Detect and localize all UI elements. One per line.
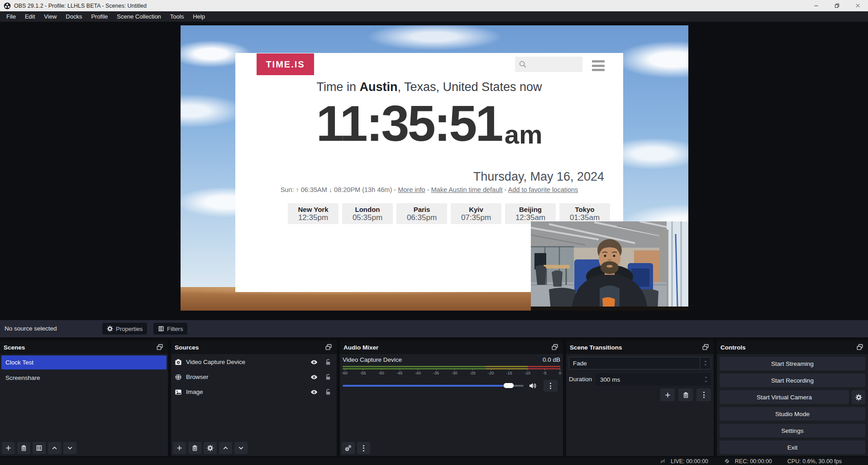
eye-icon [310,359,318,366]
menu-edit[interactable]: Edit [20,11,39,22]
mute-button[interactable] [529,381,539,390]
kebab-icon [550,383,551,389]
gear-icon [855,394,862,401]
maximize-button[interactable] [826,0,847,11]
menu-docks[interactable]: Docks [61,11,86,22]
search-box [515,57,582,72]
exit-button[interactable]: Exit [720,441,865,454]
sources-panel-title: Sources [175,344,199,351]
source-context-bar: No source selected Properties Filters [0,320,868,337]
video-frame[interactable]: TIME.IS Time in Austin, Texas, United St… [181,25,688,311]
scenes-toolbar [2,442,76,454]
add-source-button[interactable] [173,442,186,454]
controls-popout-button[interactable] [856,344,864,351]
audio-mixer-panel: Audio Mixer Video Capture Device 0.0 dB … [340,340,563,456]
properties-button[interactable]: Properties [102,323,147,335]
detach-icon [702,344,709,350]
sources-panel: Sources Video Capture Device Browser [171,340,337,456]
dock-area: Scenes Clock Test Screenshare Sources [0,337,868,457]
chevron-up-icon [222,445,229,451]
studio-mode-button[interactable]: Studio Mode [720,407,865,421]
start-streaming-button[interactable]: Start Streaming [720,357,865,370]
image-icon [175,388,182,396]
menu-tools[interactable]: Tools [166,11,188,22]
toggle-visibility-button[interactable] [309,373,319,382]
audio-mixer-header: Audio Mixer [340,340,563,354]
clock-display: 11:35:51 am [235,98,623,149]
duration-value: 300 ms [596,376,701,383]
source-item-browser[interactable]: Browser [171,370,337,384]
source-properties-button[interactable] [204,442,217,454]
move-scene-down-button[interactable] [63,442,76,454]
trash-icon [682,392,689,398]
detach-icon [325,344,332,350]
menu-scene-collection[interactable]: Scene Collection [112,11,166,22]
menu-profile[interactable]: Profile [86,11,112,22]
lock-icon [324,374,332,381]
sources-popout-button[interactable] [325,344,333,351]
virtual-camera-config-button[interactable] [852,390,865,404]
remove-transition-button[interactable] [678,388,693,401]
transition-select[interactable]: Fade [569,357,711,369]
kebab-icon [363,445,364,451]
menu-view[interactable]: View [39,11,61,22]
move-scene-up-button[interactable] [48,442,61,454]
scenes-popout-button[interactable] [156,344,164,351]
remove-scene-button[interactable] [17,442,30,454]
volume-slider-handle[interactable] [504,383,514,388]
mixer-popout-button[interactable] [551,344,559,351]
controls-title: Controls [720,344,746,351]
rec-timer: REC: 00:00:00 [735,458,772,465]
scene-item-screenshare[interactable]: Screenshare [1,371,167,385]
channel-options-button[interactable] [544,380,558,392]
city-time-card: Paris06:35pm [396,203,447,224]
filter-icon [36,445,43,451]
minimize-icon [813,3,819,9]
filter-icon [158,326,164,332]
add-scene-button[interactable] [2,442,15,454]
transitions-popout-button[interactable] [702,344,710,351]
minimize-button[interactable] [806,0,826,11]
live-status-icon [659,458,666,464]
filters-button[interactable]: Filters [153,323,187,335]
mixer-options-button[interactable] [357,442,370,454]
trash-icon [191,445,198,451]
plus-icon [176,445,183,451]
scene-filters-button[interactable] [33,442,46,454]
spinbox-arrows[interactable] [701,376,711,383]
toggle-lock-button[interactable] [323,388,333,397]
city-time-card: London05:35pm [342,203,393,224]
duration-input[interactable]: 300 ms [596,373,711,386]
status-bar: LIVE: 00:00:00 REC: 00:00:00 CPU: 0.6%, … [0,457,868,465]
chevron-down-icon [67,445,73,451]
start-virtual-camera-button[interactable]: Start Virtual Camera [720,390,849,404]
live-timer: LIVE: 00:00:00 [671,458,708,465]
scene-item-clock-test[interactable]: Clock Test [1,355,167,369]
menu-help[interactable]: Help [188,11,210,22]
scenes-panel: Scenes Clock Test Screenshare [0,340,168,456]
close-button[interactable] [847,0,868,11]
source-item-video-capture[interactable]: Video Capture Device [171,355,337,369]
move-source-down-button[interactable] [234,442,248,454]
add-favorite-link: Add to favorite locations [508,186,578,193]
chevron-down-icon [238,445,244,451]
transition-options-button[interactable] [696,388,711,401]
eye-icon [310,388,318,396]
globe-icon [175,374,182,381]
toggle-visibility-button[interactable] [309,358,319,367]
kebab-icon [703,392,705,398]
menu-file[interactable]: File [2,11,20,22]
move-source-up-button[interactable] [219,442,232,454]
volume-slider[interactable] [343,385,524,387]
remove-source-button[interactable] [188,442,201,454]
detach-icon [551,344,558,350]
add-transition-button[interactable] [660,388,675,401]
toggle-lock-button[interactable] [323,358,333,367]
source-item-image[interactable]: Image [171,385,337,399]
advanced-audio-button[interactable] [342,442,355,454]
menu-bar: File Edit View Docks Profile Scene Colle… [0,11,868,22]
toggle-visibility-button[interactable] [309,388,319,397]
toggle-lock-button[interactable] [323,373,333,382]
start-recording-button[interactable]: Start Recording [720,374,865,387]
settings-button[interactable]: Settings [720,424,865,437]
